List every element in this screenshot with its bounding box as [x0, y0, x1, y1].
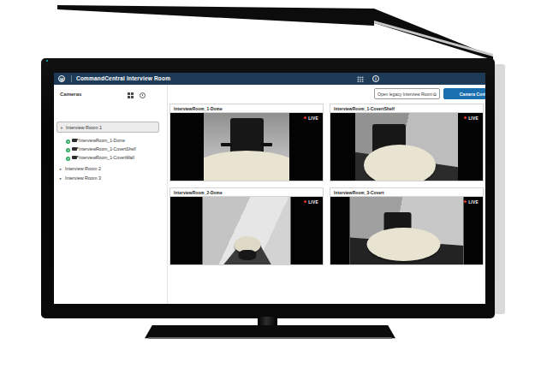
camera-label: InterviewRoom_1-CovertShelf: [79, 146, 136, 151]
camera-icon: [72, 139, 77, 142]
camera-icon: [72, 147, 77, 151]
cameras-sidebar: Cameras ▾Interview Room 1 +InterviewRoom…: [54, 85, 168, 304]
camera-tile-title: InterviewRoom_3-Covert: [330, 187, 484, 197]
motorola-logo-icon: M: [58, 75, 65, 82]
open-legacy-label: Open legacy Interview Room: [378, 92, 432, 97]
sidebar-item-interview-room-1[interactable]: ▾Interview Room 1: [56, 122, 159, 133]
room-label: Interview Room 1: [66, 125, 102, 130]
live-badge: LIVE: [304, 116, 318, 121]
camera-tile-room3-covert: InterviewRoom_3-Covert LIVE: [330, 187, 484, 265]
live-dot-icon: [464, 116, 467, 119]
header-divider: [71, 75, 72, 82]
camera-tile-title: InterviewRoom_1-Dome: [169, 104, 324, 113]
live-dot-icon: [304, 116, 306, 119]
camera-label: InterviewRoom_1-Dome: [79, 138, 125, 143]
live-badge: LIVE: [464, 116, 479, 121]
camera-video[interactable]: LIVE: [330, 197, 484, 265]
camera-icon: [72, 156, 77, 159]
layout-grid-icon[interactable]: [128, 92, 134, 98]
camera-feed-image: [355, 113, 458, 181]
camera-online-icon: +: [66, 157, 70, 161]
room-label: Interview Room 2: [65, 166, 101, 171]
camera-video[interactable]: LIVE: [330, 113, 484, 181]
camera-feed-image: [350, 197, 464, 264]
live-badge: LIVE: [464, 200, 479, 205]
room-label: Interview Room 3: [65, 175, 101, 181]
caret-down-icon[interactable]: ▾: [57, 122, 66, 134]
live-dot-icon: [464, 200, 467, 203]
camera-video[interactable]: LIVE: [169, 113, 324, 181]
power-led: [46, 60, 48, 62]
stand-base-highlight: [148, 337, 392, 339]
camera-online-icon: +: [66, 148, 70, 152]
open-legacy-button[interactable]: Open legacy Interview Room⧉: [374, 88, 440, 99]
app-screen: M CommandCentral Interview Room i Camera…: [54, 73, 485, 304]
caret-right-icon[interactable]: ▸: [56, 173, 65, 184]
app-title: CommandCentral Interview Room: [76, 73, 170, 85]
live-badge: LIVE: [304, 200, 318, 205]
camera-video[interactable]: LIVE: [169, 197, 324, 265]
camera-tile-title: InterviewRoom_2-Dome: [169, 187, 324, 197]
camera-label: InterviewRoom_1-CovertWall: [79, 155, 134, 160]
live-dot-icon: [304, 200, 306, 203]
history-clock-icon[interactable]: [140, 92, 146, 98]
camera-tile-room2-dome: InterviewRoom_2-Dome LIVE: [169, 187, 324, 265]
camera-configuration-button[interactable]: Camera Configuration: [443, 88, 485, 99]
app-grid-icon[interactable]: [357, 76, 364, 83]
sidebar-item-interview-room-3[interactable]: ▸Interview Room 3: [56, 173, 159, 184]
camera-tile-room1-dome: InterviewRoom_1-Dome LIVE: [169, 104, 324, 181]
info-icon[interactable]: i: [372, 75, 379, 82]
camera-tile-title: InterviewRoom_1-CovertShelf: [330, 104, 484, 113]
camera-feed-image: [203, 197, 291, 264]
monitor-mockup: M CommandCentral Interview Room i Camera…: [0, 0, 541, 392]
external-link-icon: ⧉: [433, 92, 437, 97]
sidebar-item-camera-dome[interactable]: +InterviewRoom_1-Dome: [66, 136, 160, 145]
sidebar-item-camera-covertshelf[interactable]: +InterviewRoom_1-CovertShelf: [66, 145, 160, 153]
camera-feed-image: [204, 113, 289, 181]
app-header: M CommandCentral Interview Room i: [54, 73, 485, 85]
camera-tile-room1-covertshelf: InterviewRoom_1-CovertShelf LIVE: [330, 104, 484, 181]
sidebar-title: Cameras: [60, 92, 81, 97]
camera-online-icon: +: [66, 140, 70, 144]
sidebar-item-camera-covertwall[interactable]: +InterviewRoom_1-CovertWall: [66, 153, 160, 162]
